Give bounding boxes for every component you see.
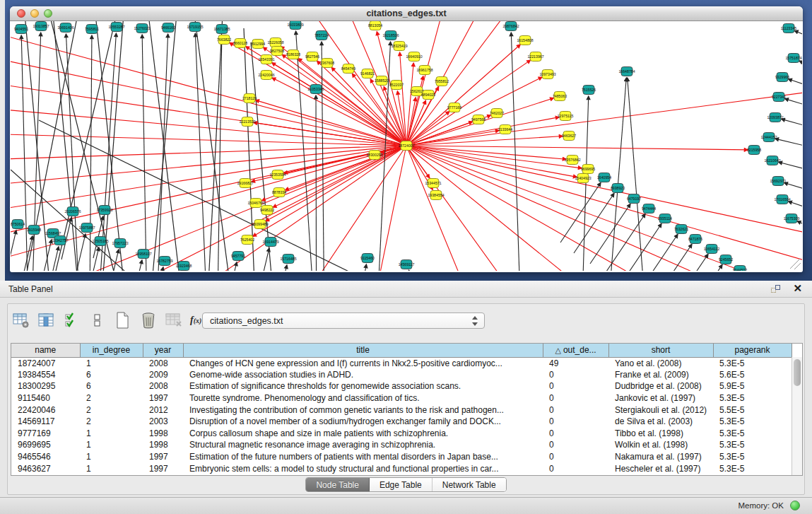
citation-edge-red[interactable] bbox=[406, 146, 647, 271]
graph-node-13576842[interactable]: 13576842 bbox=[564, 156, 580, 165]
column-header-in_degree[interactable]: in_degree bbox=[80, 344, 143, 357]
graph-node-16961758[interactable]: 16961758 bbox=[416, 66, 433, 75]
table-cell[interactable]: 1998 bbox=[143, 439, 183, 451]
citation-edge-black[interactable] bbox=[652, 244, 692, 271]
column-header-title[interactable]: title bbox=[183, 344, 543, 357]
table-cell[interactable]: 0 bbox=[543, 428, 608, 440]
network-view-window[interactable]: citations_edges.txt 18724007152260589827… bbox=[10, 6, 803, 272]
table-cell[interactable]: 5.3E-5 bbox=[713, 428, 792, 440]
table-cell[interactable]: 6 bbox=[80, 369, 143, 381]
citation-edge-black[interactable] bbox=[779, 162, 802, 172]
graph-node-10973493[interactable]: 10973493 bbox=[539, 70, 555, 79]
table-cell[interactable]: 5.6E-5 bbox=[713, 369, 792, 381]
citation-edge-red[interactable] bbox=[11, 146, 406, 159]
graph-node-10553287[interactable]: 10553287 bbox=[108, 23, 124, 32]
citation-edge-black[interactable] bbox=[789, 201, 802, 211]
citation-edge-black[interactable] bbox=[789, 79, 802, 88]
function-builder-icon[interactable]: f(x) bbox=[190, 315, 201, 326]
table-cell[interactable]: 1 bbox=[80, 428, 143, 440]
graph-node-7625402[interactable]: 7625402 bbox=[240, 235, 254, 245]
table-settings-icon[interactable] bbox=[12, 311, 30, 329]
graph-node-1588520[interactable]: 1588520 bbox=[375, 76, 389, 86]
table-row[interactable]: 2242004622012Investigating the contribut… bbox=[11, 404, 792, 416]
graph-node-9329966[interactable]: 9329966 bbox=[775, 73, 789, 82]
graph-node-8878334[interactable]: 8878334 bbox=[272, 188, 286, 197]
table-row[interactable]: 969969511998Structural magnetic resonanc… bbox=[11, 439, 792, 451]
column-header-out_de[interactable]: △out_de... bbox=[543, 344, 608, 357]
table-cell[interactable]: 22420046 bbox=[11, 404, 80, 416]
citation-edge-red[interactable] bbox=[273, 146, 406, 207]
graph-node-21053346[interactable]: 21053346 bbox=[307, 85, 324, 94]
table-cell[interactable]: Hescheler et al. (1997) bbox=[608, 462, 713, 474]
graph-node-9699695[interactable]: 9699695 bbox=[581, 165, 595, 174]
graph-node-10654112[interactable]: 10654112 bbox=[704, 245, 720, 254]
citation-edge-black[interactable] bbox=[799, 61, 802, 69]
table-cell[interactable]: 0 bbox=[543, 416, 608, 428]
column-header-year[interactable]: year bbox=[143, 344, 183, 357]
table-cell[interactable]: Embryonic stem cells: a model to study s… bbox=[183, 462, 543, 474]
table-cell[interactable]: 2009 bbox=[143, 369, 183, 381]
graph-node-20206576[interactable]: 20206576 bbox=[64, 207, 81, 216]
citation-edge-black[interactable] bbox=[785, 99, 802, 108]
graph-node-9827508[interactable]: 9827508 bbox=[270, 47, 284, 56]
citation-edge-black[interactable] bbox=[782, 119, 802, 129]
graph-node-12213539[interactable]: 12213539 bbox=[239, 117, 255, 127]
citation-edge-black[interactable] bbox=[11, 230, 16, 271]
citation-edge-black[interactable] bbox=[408, 270, 421, 271]
table-cell[interactable]: 18724007 bbox=[11, 357, 80, 369]
graph-node-17359928[interactable]: 17359928 bbox=[96, 206, 112, 215]
column-header-pagerank[interactable]: pagerank bbox=[713, 344, 792, 357]
citation-edge-black[interactable] bbox=[132, 260, 142, 271]
graph-node-9463627[interactable]: 9463627 bbox=[562, 132, 576, 141]
citation-edge-black[interactable] bbox=[66, 34, 79, 271]
memory-status-indicator[interactable] bbox=[790, 501, 800, 510]
graph-node-12975115[interactable]: 12975115 bbox=[558, 112, 574, 121]
graph-node-7485063[interactable]: 7485063 bbox=[553, 92, 567, 101]
column-header-name[interactable]: name bbox=[11, 344, 80, 357]
graph-node-16782759[interactable]: 16782759 bbox=[156, 257, 172, 266]
graph-node-8938923[interactable]: 8938923 bbox=[611, 184, 625, 193]
table-cell[interactable]: Nakamura et al. (1997) bbox=[608, 451, 713, 463]
column-visibility-icon[interactable] bbox=[63, 311, 81, 329]
citation-edge-black[interactable] bbox=[208, 21, 223, 271]
select-column-icon[interactable] bbox=[37, 311, 56, 329]
table-cell[interactable]: 5.3E-5 bbox=[713, 439, 792, 451]
graph-node-7955812[interactable]: 7955812 bbox=[435, 77, 449, 86]
graph-node-9474444[interactable]: 9474444 bbox=[642, 204, 656, 214]
graph-node-12213967[interactable]: 12213967 bbox=[527, 52, 543, 62]
table-cell[interactable]: 1 bbox=[80, 462, 143, 474]
graph-node-13342757[interactable]: 13342757 bbox=[52, 236, 68, 245]
citation-edge-black[interactable] bbox=[95, 21, 124, 271]
table-cell[interactable]: 6 bbox=[80, 380, 143, 392]
new-table-icon[interactable] bbox=[114, 311, 132, 329]
graph-node-18325419[interactable]: 18325419 bbox=[391, 42, 407, 51]
table-cell[interactable]: Yano et al. (2008) bbox=[608, 357, 713, 369]
table-cell[interactable]: Jankovic et al. (1997) bbox=[608, 392, 713, 404]
citation-edge-red[interactable] bbox=[406, 77, 542, 146]
table-cell[interactable]: 0 bbox=[543, 462, 608, 474]
citation-edge-black[interactable] bbox=[109, 250, 119, 271]
graph-node-9497568[interactable]: 9497568 bbox=[471, 115, 486, 124]
graph-node-2935114[interactable]: 2935114 bbox=[658, 214, 672, 223]
graph-node-16640910[interactable]: 16640910 bbox=[406, 52, 422, 62]
graph-node-18724007[interactable]: 18724007 bbox=[398, 141, 414, 151]
citation-network-graph[interactable]: 1872400715226058982750881863289827546236… bbox=[11, 21, 802, 271]
graph-node-8912994[interactable]: 8912994 bbox=[251, 40, 265, 49]
table-cell[interactable]: 9465546 bbox=[11, 451, 80, 463]
graph-node-9245652[interactable]: 9245652 bbox=[719, 255, 733, 264]
table-row[interactable]: 911546021997Tourette syndrome. Phenomeno… bbox=[11, 392, 792, 404]
table-cell[interactable]: Dudbridge et al. (2008) bbox=[608, 380, 713, 392]
table-cell[interactable]: 1997 bbox=[143, 451, 183, 463]
table-row[interactable]: 1938455462009Genome-wide association stu… bbox=[11, 369, 792, 381]
table-cell[interactable]: Investigating the contribution of common… bbox=[183, 404, 543, 416]
table-cell[interactable]: Franke et al. (2009) bbox=[608, 369, 713, 381]
graph-node-16210643[interactable]: 16210643 bbox=[764, 156, 780, 165]
table-cell[interactable]: Changes of HCN gene expression and I(f) … bbox=[183, 357, 543, 369]
table-cell[interactable]: 18300295 bbox=[11, 380, 80, 392]
graph-node-1562615[interactable]: 1562615 bbox=[410, 87, 424, 96]
graph-node-16648784[interactable]: 16648784 bbox=[618, 67, 635, 76]
citation-edge-black[interactable] bbox=[32, 33, 40, 271]
graph-node-19384554[interactable]: 19384554 bbox=[428, 191, 444, 200]
table-cell[interactable]: 5.3E-5 bbox=[713, 416, 792, 428]
graph-node-9777169[interactable]: 9777169 bbox=[447, 103, 461, 112]
